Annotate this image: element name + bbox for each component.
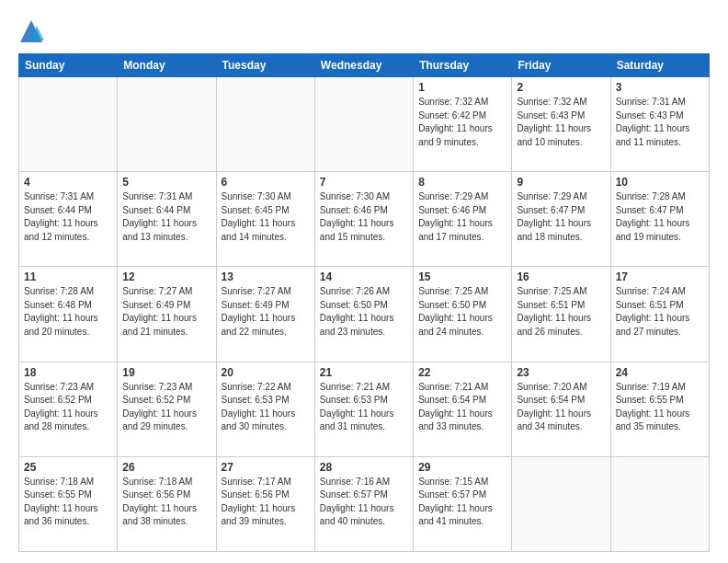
day-number: 17 (616, 270, 704, 283)
week-row-2: 11Sunrise: 7:28 AM Sunset: 6:48 PM Dayli… (19, 267, 710, 362)
calendar-cell: 7Sunrise: 7:30 AM Sunset: 6:46 PM Daylig… (314, 172, 413, 267)
calendar-header-row: SundayMondayTuesdayWednesdayThursdayFrid… (19, 54, 710, 77)
calendar-cell: 17Sunrise: 7:24 AM Sunset: 6:51 PM Dayli… (610, 267, 709, 362)
day-number: 5 (122, 176, 210, 189)
day-info: Sunrise: 7:29 AM Sunset: 6:46 PM Dayligh… (418, 190, 506, 244)
day-info: Sunrise: 7:16 AM Sunset: 6:57 PM Dayligh… (320, 476, 408, 529)
day-info: Sunrise: 7:15 AM Sunset: 6:57 PM Dayligh… (418, 476, 506, 529)
day-info: Sunrise: 7:31 AM Sunset: 6:44 PM Dayligh… (24, 190, 112, 244)
logo-icon (18, 18, 44, 44)
calendar-cell (610, 456, 709, 551)
calendar-cell: 16Sunrise: 7:25 AM Sunset: 6:51 PM Dayli… (512, 267, 610, 362)
day-header-sunday: Sunday (19, 54, 118, 77)
page: SundayMondayTuesdayWednesdayThursdayFrid… (0, 0, 728, 563)
day-info: Sunrise: 7:24 AM Sunset: 6:51 PM Dayligh… (616, 285, 704, 339)
day-number: 14 (320, 270, 408, 283)
day-number: 8 (418, 176, 506, 189)
day-number: 21 (320, 366, 408, 379)
day-number: 26 (122, 461, 210, 474)
day-info: Sunrise: 7:28 AM Sunset: 6:48 PM Dayligh… (24, 285, 112, 339)
day-number: 1 (418, 81, 506, 94)
day-number: 24 (616, 366, 704, 379)
day-number: 9 (517, 176, 605, 189)
day-info: Sunrise: 7:29 AM Sunset: 6:47 PM Dayligh… (517, 190, 605, 244)
calendar-cell: 3Sunrise: 7:31 AM Sunset: 6:43 PM Daylig… (610, 77, 709, 172)
day-number: 10 (616, 176, 704, 189)
calendar-cell: 6Sunrise: 7:30 AM Sunset: 6:45 PM Daylig… (216, 172, 314, 267)
calendar-cell: 19Sunrise: 7:23 AM Sunset: 6:52 PM Dayli… (118, 362, 216, 456)
calendar-cell: 11Sunrise: 7:28 AM Sunset: 6:48 PM Dayli… (19, 267, 118, 362)
day-number: 29 (418, 461, 506, 474)
day-number: 6 (222, 176, 310, 189)
day-number: 12 (122, 270, 210, 283)
calendar-cell: 20Sunrise: 7:22 AM Sunset: 6:53 PM Dayli… (216, 362, 314, 456)
day-header-wednesday: Wednesday (314, 54, 413, 77)
day-info: Sunrise: 7:25 AM Sunset: 6:50 PM Dayligh… (418, 285, 506, 339)
calendar-cell: 8Sunrise: 7:29 AM Sunset: 6:46 PM Daylig… (414, 172, 512, 267)
calendar-cell: 21Sunrise: 7:21 AM Sunset: 6:53 PM Dayli… (314, 362, 413, 456)
day-info: Sunrise: 7:30 AM Sunset: 6:46 PM Dayligh… (320, 190, 408, 244)
calendar-cell: 23Sunrise: 7:20 AM Sunset: 6:54 PM Dayli… (512, 362, 610, 456)
calendar-cell: 28Sunrise: 7:16 AM Sunset: 6:57 PM Dayli… (314, 456, 413, 551)
day-number: 22 (418, 366, 506, 379)
calendar-cell: 2Sunrise: 7:32 AM Sunset: 6:43 PM Daylig… (512, 77, 610, 172)
day-info: Sunrise: 7:21 AM Sunset: 6:53 PM Dayligh… (320, 381, 408, 434)
day-info: Sunrise: 7:27 AM Sunset: 6:49 PM Dayligh… (222, 285, 310, 339)
calendar-cell: 25Sunrise: 7:18 AM Sunset: 6:55 PM Dayli… (19, 456, 118, 551)
day-number: 23 (517, 366, 605, 379)
week-row-4: 25Sunrise: 7:18 AM Sunset: 6:55 PM Dayli… (19, 456, 710, 551)
week-row-1: 4Sunrise: 7:31 AM Sunset: 6:44 PM Daylig… (19, 172, 710, 267)
day-info: Sunrise: 7:32 AM Sunset: 6:43 PM Dayligh… (517, 96, 605, 149)
day-info: Sunrise: 7:22 AM Sunset: 6:53 PM Dayligh… (222, 381, 310, 434)
day-info: Sunrise: 7:32 AM Sunset: 6:42 PM Dayligh… (418, 96, 506, 149)
week-row-3: 18Sunrise: 7:23 AM Sunset: 6:52 PM Dayli… (19, 362, 710, 456)
day-info: Sunrise: 7:27 AM Sunset: 6:49 PM Dayligh… (122, 285, 210, 339)
day-number: 27 (222, 461, 310, 474)
calendar-cell: 1Sunrise: 7:32 AM Sunset: 6:42 PM Daylig… (414, 77, 512, 172)
day-header-tuesday: Tuesday (216, 54, 314, 77)
day-info: Sunrise: 7:30 AM Sunset: 6:45 PM Dayligh… (222, 190, 310, 244)
day-info: Sunrise: 7:31 AM Sunset: 6:43 PM Dayligh… (616, 96, 704, 149)
day-number: 4 (24, 176, 112, 189)
calendar-cell: 26Sunrise: 7:18 AM Sunset: 6:56 PM Dayli… (118, 456, 216, 551)
day-header-saturday: Saturday (610, 54, 709, 77)
day-info: Sunrise: 7:31 AM Sunset: 6:44 PM Dayligh… (122, 190, 210, 244)
day-info: Sunrise: 7:18 AM Sunset: 6:55 PM Dayligh… (24, 476, 112, 529)
calendar-cell: 4Sunrise: 7:31 AM Sunset: 6:44 PM Daylig… (19, 172, 118, 267)
calendar-cell: 27Sunrise: 7:17 AM Sunset: 6:56 PM Dayli… (216, 456, 314, 551)
day-number: 18 (24, 366, 112, 379)
day-info: Sunrise: 7:28 AM Sunset: 6:47 PM Dayligh… (616, 190, 704, 244)
day-info: Sunrise: 7:20 AM Sunset: 6:54 PM Dayligh… (517, 381, 605, 434)
day-info: Sunrise: 7:26 AM Sunset: 6:50 PM Dayligh… (320, 285, 408, 339)
day-number: 7 (320, 176, 408, 189)
day-info: Sunrise: 7:18 AM Sunset: 6:56 PM Dayligh… (122, 476, 210, 529)
day-info: Sunrise: 7:21 AM Sunset: 6:54 PM Dayligh… (418, 381, 506, 434)
day-number: 11 (24, 270, 112, 283)
day-number: 13 (222, 270, 310, 283)
day-number: 28 (320, 461, 408, 474)
calendar-cell (512, 456, 610, 551)
calendar-cell (314, 77, 413, 172)
day-info: Sunrise: 7:17 AM Sunset: 6:56 PM Dayligh… (222, 476, 310, 529)
calendar-table: SundayMondayTuesdayWednesdayThursdayFrid… (18, 53, 710, 552)
day-info: Sunrise: 7:25 AM Sunset: 6:51 PM Dayligh… (517, 285, 605, 339)
calendar-cell: 24Sunrise: 7:19 AM Sunset: 6:55 PM Dayli… (610, 362, 709, 456)
calendar-cell: 5Sunrise: 7:31 AM Sunset: 6:44 PM Daylig… (118, 172, 216, 267)
calendar-cell: 10Sunrise: 7:28 AM Sunset: 6:47 PM Dayli… (610, 172, 709, 267)
calendar-cell: 15Sunrise: 7:25 AM Sunset: 6:50 PM Dayli… (414, 267, 512, 362)
day-header-monday: Monday (118, 54, 216, 77)
calendar-cell (118, 77, 216, 172)
day-header-thursday: Thursday (414, 54, 512, 77)
week-row-0: 1Sunrise: 7:32 AM Sunset: 6:42 PM Daylig… (19, 77, 710, 172)
day-info: Sunrise: 7:19 AM Sunset: 6:55 PM Dayligh… (616, 381, 704, 434)
calendar-cell: 14Sunrise: 7:26 AM Sunset: 6:50 PM Dayli… (314, 267, 413, 362)
day-info: Sunrise: 7:23 AM Sunset: 6:52 PM Dayligh… (24, 381, 112, 434)
day-number: 15 (418, 270, 506, 283)
day-number: 19 (122, 366, 210, 379)
day-number: 25 (24, 461, 112, 474)
day-info: Sunrise: 7:23 AM Sunset: 6:52 PM Dayligh… (122, 381, 210, 434)
calendar-cell (19, 77, 118, 172)
calendar-cell (216, 77, 314, 172)
calendar-cell: 22Sunrise: 7:21 AM Sunset: 6:54 PM Dayli… (414, 362, 512, 456)
calendar-cell: 18Sunrise: 7:23 AM Sunset: 6:52 PM Dayli… (19, 362, 118, 456)
